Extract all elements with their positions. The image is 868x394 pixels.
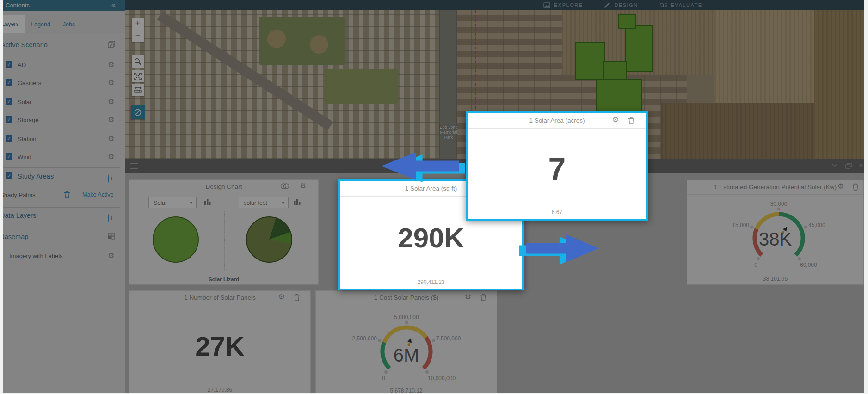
left-series-select[interactable]: Solar▾ — [148, 197, 197, 208]
tutorial-arrow-right — [526, 234, 599, 262]
make-active-link[interactable]: Make Active — [82, 188, 113, 202]
stat-raw-value: 6.67 — [468, 209, 646, 219]
search-button[interactable] — [132, 55, 144, 68]
add-study-area-icon[interactable] — [108, 172, 116, 180]
basemap-gallery-icon[interactable] — [108, 233, 116, 241]
checkbox-ad[interactable] — [6, 61, 12, 68]
study-area-name: Shady Palms — [0, 191, 36, 198]
svg-text:2,500,000: 2,500,000 — [352, 335, 377, 342]
card-gear-icon[interactable]: ⚙ — [837, 182, 844, 191]
layer-row-gasifiers[interactable]: Gasifiers ⚙ — [0, 76, 125, 90]
pie-chart-solar-test — [246, 216, 292, 263]
layer-row-wind[interactable]: Wind ⚙ — [0, 150, 125, 164]
bar-chart-icon[interactable] — [204, 198, 211, 205]
add-data-layer-icon[interactable] — [108, 211, 116, 220]
layer-row-solar[interactable]: Solar ⚙ — [0, 95, 125, 109]
delete-study-area-icon[interactable] — [64, 191, 70, 198]
study-areas-label: Study Areas — [18, 172, 54, 180]
layer-label: Wind — [18, 154, 31, 160]
est-gen-card: 1 Estimated Generation Potential Solar (… — [687, 180, 864, 285]
stat-value: 27K — [129, 305, 310, 387]
card-gear-icon[interactable]: ⚙ — [465, 293, 471, 301]
divider — [0, 167, 120, 168]
tab-legend[interactable]: Legend — [27, 16, 55, 33]
dashboard-menu-icon[interactable] — [130, 163, 138, 170]
top-navbar: EXPLORE DESIGN EVALUATE — [125, 0, 864, 10]
page-margin — [0, 0, 3, 394]
zoom-out-button[interactable]: − — [132, 30, 144, 42]
layer-gear-icon[interactable]: ⚙ — [108, 98, 116, 106]
study-areas-row[interactable]: Study Areas — [0, 169, 125, 183]
layer-gear-icon[interactable]: ⚙ — [108, 116, 116, 124]
measure-button[interactable] — [132, 84, 144, 96]
right-series-select[interactable]: solar test▾ — [239, 197, 289, 208]
zoom-in-button[interactable]: + — [132, 18, 144, 30]
basemap-row[interactable]: Basemap — [0, 230, 125, 244]
checkbox-wind[interactable] — [6, 153, 12, 160]
nav-explore[interactable]: EXPLORE — [543, 2, 583, 8]
active-map-tool-button[interactable] — [131, 105, 145, 119]
collapse-panel-icon[interactable]: « — [111, 0, 116, 10]
layer-gear-icon[interactable]: ⚙ — [108, 153, 116, 161]
gauge-body: 0 2,500,000 5,000,000 7,500,000 10,000,0… — [316, 305, 497, 394]
gauge-value: 38K — [687, 229, 863, 250]
basemap-gear-icon[interactable]: ⚙ — [108, 252, 116, 260]
card-gear-icon[interactable]: ⚙ — [278, 293, 285, 301]
basemap-item-row[interactable]: Imagery with Labels ⚙ — [0, 249, 125, 263]
layer-row-station[interactable]: Station ⚙ — [0, 132, 125, 146]
checkbox-solar[interactable] — [6, 98, 12, 105]
stat-value: 7 — [468, 129, 646, 209]
checkbox-storage[interactable] — [6, 116, 12, 123]
svg-text:5,000,000: 5,000,000 — [394, 314, 419, 320]
map-ballfield — [310, 35, 328, 54]
card-trash-icon[interactable] — [294, 294, 300, 301]
active-scenario-row: Active Scenario — [0, 38, 125, 52]
solar-design-polygon — [618, 14, 636, 29]
card-trash-icon[interactable] — [852, 183, 859, 191]
card-title: 1 Number of Solar Panels — [184, 294, 256, 301]
chart-type-toggle-icon[interactable] — [280, 183, 289, 190]
card-gear-icon[interactable]: ⚙ — [612, 116, 619, 124]
gauge-raw-value: 38,101.95 — [687, 276, 863, 282]
data-layers-row[interactable]: Data Layers — [0, 209, 125, 222]
top-menu: EXPLORE DESIGN EVALUATE — [543, 0, 702, 10]
layer-gear-icon[interactable]: ⚙ — [108, 79, 116, 87]
study-area-item-row[interactable]: Shady Palms Make Active — [0, 188, 125, 202]
nav-evaluate[interactable]: EVALUATE — [659, 2, 702, 8]
tab-layers[interactable]: Layers — [0, 15, 25, 33]
pie-chart-solar — [153, 216, 199, 263]
contents-header: Contents « — [0, 0, 125, 11]
card-title: 1 Cost Solar Panels ($) — [374, 294, 439, 301]
divider — [0, 228, 120, 228]
duplicate-scenario-icon[interactable] — [108, 41, 116, 49]
layer-gear-icon[interactable]: ⚙ — [108, 135, 116, 143]
tab-jobs[interactable]: Jobs — [58, 16, 80, 33]
layer-gear-icon[interactable]: ⚙ — [108, 61, 116, 69]
svg-text:7,500,000: 7,500,000 — [436, 335, 461, 342]
layer-row-storage[interactable]: Storage ⚙ — [0, 113, 125, 127]
card-gear-icon[interactable]: ⚙ — [300, 182, 306, 190]
contents-panel: Contents « Layers Legend Jobs Active Sce… — [0, 0, 125, 394]
bar-chart-icon[interactable] — [294, 198, 301, 205]
checkbox-station[interactable] — [6, 135, 12, 142]
collapse-dashboard-icon[interactable] — [831, 163, 838, 167]
map-park — [259, 17, 345, 65]
restore-dashboard-icon[interactable] — [845, 163, 852, 169]
svg-text:15,000: 15,000 — [732, 222, 749, 228]
divider — [0, 207, 120, 208]
tutorial-arrow-left — [381, 152, 459, 180]
default-extent-button[interactable] — [132, 70, 144, 82]
design-chart-card: Design Chart ⚙ Solar▾ solar test▾ Sol — [129, 179, 319, 285]
checkbox-study-areas[interactable] — [6, 172, 12, 179]
card-header: 1 Estimated Generation Potential Solar (… — [687, 180, 863, 195]
card-trash-icon[interactable] — [628, 117, 634, 124]
card-trash-icon[interactable] — [480, 294, 486, 301]
nav-evaluate-label: EVALUATE — [671, 2, 702, 8]
close-dashboard-icon[interactable]: ✕ — [858, 162, 864, 169]
layer-row-ad[interactable]: AD ⚙ — [0, 58, 125, 72]
nav-design[interactable]: DESIGN — [604, 2, 638, 8]
num-panels-card: 1 Number of Solar Panels ⚙ 27K 27,170.86 — [129, 290, 311, 394]
layer-label: Gasifiers — [18, 80, 41, 86]
checkbox-gasifiers[interactable] — [6, 79, 12, 86]
solar-design-polygon — [625, 25, 653, 72]
